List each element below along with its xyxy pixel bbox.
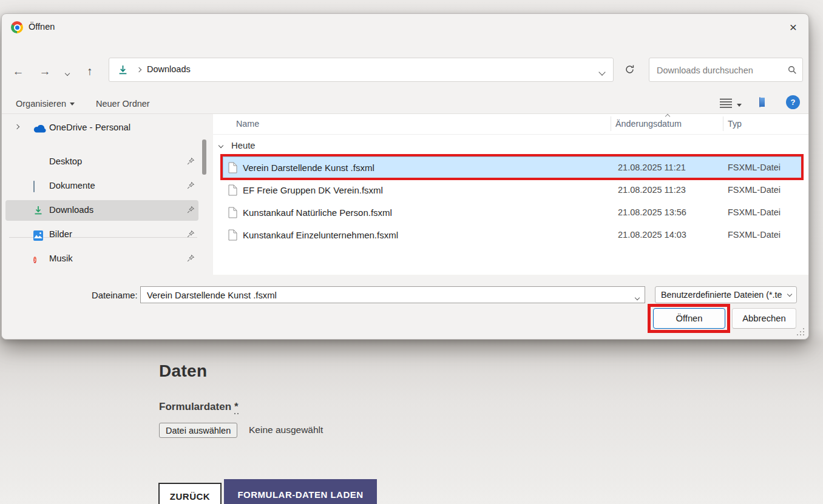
sidebar-item-downloads[interactable]: Downloads: [5, 200, 198, 221]
required-asterisk: *: [234, 401, 239, 414]
nav-history-dropdown[interactable]: [59, 62, 75, 81]
file-name: EF Freie Gruppen DK Verein.fsxml: [243, 185, 383, 195]
file-list: Name Änderungsdatum Typ Heute Verein Dar…: [213, 114, 808, 275]
breadcrumb-separator-icon: [137, 67, 141, 72]
file-date: 21.08.2025 11:21: [618, 163, 686, 172]
pin-icon: [186, 157, 195, 168]
preview-pane-button[interactable]: [758, 96, 762, 108]
file-type: FSXML-Datei: [728, 207, 781, 217]
refresh-button[interactable]: [620, 61, 639, 79]
file-icon: [228, 162, 237, 176]
nav-up-button[interactable]: ↑: [80, 62, 100, 81]
file-name: Verein Darstellende Kunst .fsxml: [243, 163, 374, 173]
filetype-value: Benutzerdefinierte Dateien (*.te: [661, 290, 782, 300]
music-icon: ♪: [33, 254, 36, 265]
column-header-name[interactable]: Name: [236, 119, 259, 129]
file-icon: [228, 229, 237, 243]
search-box: [649, 58, 803, 82]
filename-combobox: [140, 286, 645, 303]
dialog-title: Öffnen: [29, 22, 55, 32]
file-row[interactable]: Kunstankauf Einzelunternehmen.fsxml 21.0…: [223, 224, 802, 246]
form-data-label-text: Formulardaten: [159, 401, 231, 412]
load-form-data-button[interactable]: FORMULAR-DATEN LADEN: [224, 479, 377, 504]
page-title: Daten: [159, 361, 207, 381]
column-divider[interactable]: [611, 116, 611, 131]
pin-icon: [186, 254, 195, 265]
sidebar-item-label: OneDrive - Personal: [49, 123, 130, 132]
dialog-titlebar: Öffnen ×: [2, 14, 808, 41]
breadcrumb[interactable]: Downloads: [147, 64, 191, 74]
back-button[interactable]: ZURÜCK: [158, 483, 222, 504]
address-dropdown-button[interactable]: [600, 67, 605, 76]
sidebar-item-bilder[interactable]: Bilder: [5, 224, 198, 245]
sidebar-item-label: Downloads: [49, 205, 93, 215]
organize-label: Organisieren: [16, 99, 66, 109]
file-type: FSXML-Datei: [728, 230, 781, 240]
vertical-scrollbar-thumb[interactable]: [202, 139, 206, 175]
sidebar-item-musik[interactable]: ♪ Musik: [5, 249, 198, 269]
list-view-button[interactable]: [719, 96, 733, 109]
pin-icon: [186, 230, 195, 241]
file-name: Kunstankauf Natürliche Person.fsxml: [243, 207, 392, 218]
cancel-button[interactable]: Abbrechen: [732, 308, 796, 329]
column-divider[interactable]: [723, 116, 723, 131]
nav-forward-button[interactable]: →: [35, 62, 55, 81]
file-icon: [228, 207, 237, 221]
resize-grip[interactable]: [797, 328, 804, 335]
address-bar[interactable]: Downloads: [109, 58, 614, 82]
file-icon: [228, 184, 237, 198]
filename-label: Dateiname:: [92, 291, 138, 300]
pin-icon: [186, 181, 195, 192]
sidebar: OneDrive - Personal Desktop Dokumente: [2, 114, 202, 288]
file-date: 21.08.2025 13:56: [618, 207, 686, 217]
chrome-icon: [11, 21, 23, 33]
pin-icon: [186, 206, 195, 217]
chevron-down-icon: [598, 69, 605, 75]
preview-pane-icon: [759, 97, 760, 107]
caret-down-icon: [737, 104, 742, 107]
file-date: 21.08.2025 14:03: [618, 230, 686, 240]
sidebar-item-desktop[interactable]: Desktop: [5, 152, 198, 172]
help-icon[interactable]: ?: [786, 95, 800, 109]
sidebar-item-onedrive[interactable]: OneDrive - Personal: [5, 118, 198, 138]
filetype-select[interactable]: Benutzerdefinierte Dateien (*.te: [655, 286, 797, 303]
sidebar-item-label: Desktop: [49, 156, 82, 166]
file-row-selected[interactable]: Verein Darstellende Kunst .fsxml 21.08.2…: [223, 156, 802, 178]
close-icon[interactable]: ×: [784, 18, 802, 36]
group-label: Heute: [231, 141, 256, 150]
nav-back-button[interactable]: ←: [8, 62, 28, 81]
chevron-right-icon: [15, 124, 19, 129]
file-name: Kunstankauf Einzelunternehmen.fsxml: [243, 230, 398, 240]
chevron-down-icon: [635, 295, 640, 300]
organize-menu-button[interactable]: Organisieren: [13, 96, 77, 112]
open-button[interactable]: Öffnen: [653, 308, 725, 329]
file-type: FSXML-Datei: [728, 185, 781, 195]
chevron-down-icon: [787, 292, 792, 297]
list-view-icon: [720, 98, 732, 108]
column-header-type[interactable]: Typ: [728, 119, 742, 129]
new-folder-button[interactable]: Neuer Ordner: [93, 96, 152, 112]
search-input[interactable]: [655, 61, 779, 79]
chevron-down-icon: [218, 143, 223, 148]
dialog-bottom-bar: Dateiname: Benutzerdefinierte Dateien (*…: [2, 275, 808, 338]
view-options-dropdown[interactable]: [736, 99, 743, 111]
new-folder-label: Neuer Ordner: [96, 99, 150, 109]
file-date: 21.08.2025 11:23: [618, 185, 686, 195]
list-header: Name Änderungsdatum Typ: [213, 114, 808, 135]
screen: Daten Formulardaten* Datei auswählen Kei…: [0, 0, 823, 504]
file-row[interactable]: Kunstankauf Natürliche Person.fsxml 21.0…: [223, 201, 802, 223]
file-row[interactable]: EF Freie Gruppen DK Verein.fsxml 21.08.2…: [223, 179, 802, 201]
caret-down-icon: [70, 102, 75, 106]
column-header-date[interactable]: Änderungsdatum: [615, 119, 682, 129]
downloads-icon: [33, 206, 43, 218]
filename-input[interactable]: [146, 288, 621, 303]
choose-file-button[interactable]: Datei auswählen: [159, 423, 237, 438]
pictures-icon: [33, 230, 43, 241]
sidebar-item-dokumente[interactable]: Dokumente: [5, 176, 198, 197]
search-icon: [788, 66, 797, 77]
chevron-down-icon: [65, 71, 70, 76]
dialog-main: OneDrive - Personal Desktop Dokumente: [2, 114, 808, 288]
downloads-folder-icon: [118, 65, 128, 78]
filename-dropdown-button[interactable]: [635, 292, 639, 301]
document-icon: [33, 181, 35, 192]
